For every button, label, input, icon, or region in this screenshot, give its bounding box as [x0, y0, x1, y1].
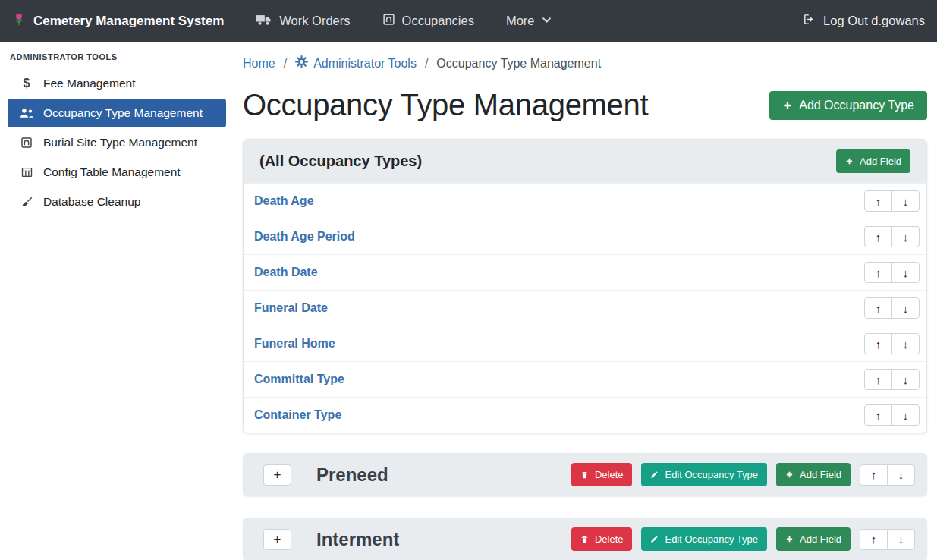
truck-icon	[256, 14, 272, 29]
nav-occupancies-label: Occupancies	[402, 14, 474, 28]
section-preneed: + Preneed Delete Edit Occupancy Type Add…	[243, 453, 927, 496]
users-icon	[17, 108, 36, 118]
trash-icon	[580, 470, 589, 480]
field-link-container-type[interactable]: Container Type	[254, 408, 341, 422]
delete-label: Delete	[595, 469, 624, 480]
breadcrumb: Home / Administrator Tools / Occupancy T…	[243, 55, 927, 71]
section-actions: Delete Edit Occupancy Type Add Field ↑ ↓	[571, 527, 915, 551]
edit-occupancy-type-button[interactable]: Edit Occupancy Type	[641, 527, 767, 551]
delete-label: Delete	[595, 533, 624, 545]
section-title: Interment	[316, 529, 399, 550]
move-up-button[interactable]: ↑	[864, 333, 892, 354]
move-down-button[interactable]: ↓	[891, 190, 920, 212]
field-row: Death Age Period ↑ ↓	[244, 219, 926, 254]
sidebar-item-burial-site-type-management[interactable]: Burial Site Type Management	[8, 128, 226, 157]
add-field-button[interactable]: Add Field	[836, 149, 910, 173]
tulip-icon	[12, 9, 26, 33]
breadcrumb-home[interactable]: Home	[243, 57, 275, 71]
table-icon	[17, 166, 36, 178]
add-occupancy-type-label: Add Occupancy Type	[799, 99, 914, 112]
breadcrumb-admin-tools-label: Administrator Tools	[313, 57, 417, 71]
move-down-button[interactable]: ↓	[887, 464, 915, 486]
app-brand[interactable]: Cemetery Management System	[12, 9, 224, 33]
nav-work-orders[interactable]: Work Orders	[256, 14, 350, 29]
top-navbar: Cemetery Management System Work Orders O…	[0, 0, 937, 42]
add-field-button[interactable]: Add Field	[776, 463, 851, 486]
plus-icon	[845, 157, 854, 165]
page-title: Occupancy Type Management	[243, 88, 648, 122]
move-down-button[interactable]: ↓	[891, 333, 920, 354]
add-field-label: Add Field	[800, 533, 841, 545]
edit-occupancy-type-button[interactable]: Edit Occupancy Type	[641, 463, 767, 486]
expand-button[interactable]: +	[263, 464, 291, 486]
reorder-controls: ↑ ↓	[864, 369, 920, 390]
move-down-button[interactable]: ↓	[887, 529, 915, 550]
move-down-button[interactable]: ↓	[891, 404, 920, 426]
title-row: Occupancy Type Management Add Occupancy …	[243, 88, 927, 122]
nav-occupancies[interactable]: Occupancies	[382, 13, 474, 29]
move-up-button[interactable]: ↑	[860, 529, 888, 550]
section-interment: + Interment Delete Edit Occupancy Type A…	[243, 518, 927, 560]
breadcrumb-separator: /	[284, 57, 287, 71]
add-occupancy-type-button[interactable]: Add Occupancy Type	[769, 91, 927, 120]
plus-icon	[785, 470, 794, 479]
move-down-button[interactable]: ↓	[891, 262, 920, 283]
nav-work-orders-label: Work Orders	[279, 14, 350, 28]
field-row: Committal Type ↑ ↓	[244, 361, 926, 397]
section-title: Preneed	[316, 464, 388, 486]
breadcrumb-current: Occupancy Type Management	[436, 57, 601, 71]
field-row: Death Date ↑ ↓	[244, 254, 926, 290]
move-down-button[interactable]: ↓	[891, 369, 920, 390]
reorder-controls: ↑ ↓	[860, 529, 915, 550]
nav-more[interactable]: More	[506, 14, 552, 28]
field-link-funeral-home[interactable]: Funeral Home	[254, 337, 335, 351]
chevron-down-icon	[542, 14, 552, 28]
move-down-button[interactable]: ↓	[891, 226, 920, 247]
move-down-button[interactable]: ↓	[891, 297, 920, 319]
pencil-icon	[650, 470, 659, 479]
field-link-death-age[interactable]: Death Age	[254, 194, 314, 208]
plus-icon	[785, 535, 794, 543]
field-row: Container Type ↑ ↓	[244, 397, 926, 433]
sidebar-item-label: Burial Site Type Management	[43, 136, 197, 149]
move-up-button[interactable]: ↑	[864, 262, 892, 283]
frame-icon	[382, 13, 395, 29]
main-content: Home / Administrator Tools / Occupancy T…	[234, 42, 937, 560]
sidebar-item-occupancy-type-management[interactable]: Occupancy Type Management	[8, 99, 226, 127]
sidebar-heading: Administrator Tools	[0, 43, 234, 68]
move-up-button[interactable]: ↑	[864, 369, 892, 390]
breadcrumb-separator: /	[425, 57, 428, 71]
move-up-button[interactable]: ↑	[864, 297, 892, 319]
field-link-funeral-date[interactable]: Funeral Date	[254, 301, 328, 315]
sidebar-item-database-cleanup[interactable]: Database Cleanup	[8, 187, 226, 216]
move-up-button[interactable]: ↑	[864, 190, 892, 212]
move-up-button[interactable]: ↑	[864, 226, 892, 247]
edit-occupancy-type-label: Edit Occupancy Type	[665, 533, 758, 545]
delete-button[interactable]: Delete	[571, 463, 633, 486]
sidebar-item-fee-management[interactable]: $ Fee Management	[8, 69, 226, 98]
section-actions: Delete Edit Occupancy Type Add Field ↑ ↓	[571, 463, 915, 486]
sidebar-item-label: Database Cleanup	[43, 195, 140, 209]
nav-more-label: More	[506, 14, 535, 28]
breadcrumb-admin-tools[interactable]: Administrator Tools	[295, 55, 417, 71]
reorder-controls: ↑ ↓	[864, 297, 920, 319]
add-field-label: Add Field	[860, 156, 901, 167]
field-link-death-date[interactable]: Death Date	[254, 266, 318, 279]
move-up-button[interactable]: ↑	[864, 404, 892, 426]
field-link-committal-type[interactable]: Committal Type	[254, 373, 344, 386]
frame-icon	[17, 137, 36, 149]
delete-button[interactable]: Delete	[571, 527, 633, 551]
add-field-label: Add Field	[800, 469, 841, 480]
field-row: Funeral Home ↑ ↓	[244, 326, 926, 361]
sidebar-item-label: Fee Management	[43, 77, 136, 90]
field-link-death-age-period[interactable]: Death Age Period	[254, 230, 355, 244]
add-field-button[interactable]: Add Field	[776, 527, 851, 551]
sidebar: Administrator Tools $ Fee Management Occ…	[0, 42, 234, 560]
sidebar-item-label: Config Table Management	[43, 165, 181, 179]
move-up-button[interactable]: ↑	[860, 464, 888, 486]
app-title: Cemetery Management System	[33, 14, 224, 29]
reorder-controls: ↑ ↓	[864, 262, 920, 283]
logout-button[interactable]: Log Out d.gowans	[802, 13, 925, 29]
sidebar-item-config-table-management[interactable]: Config Table Management	[8, 158, 226, 187]
expand-button[interactable]: +	[263, 529, 291, 550]
